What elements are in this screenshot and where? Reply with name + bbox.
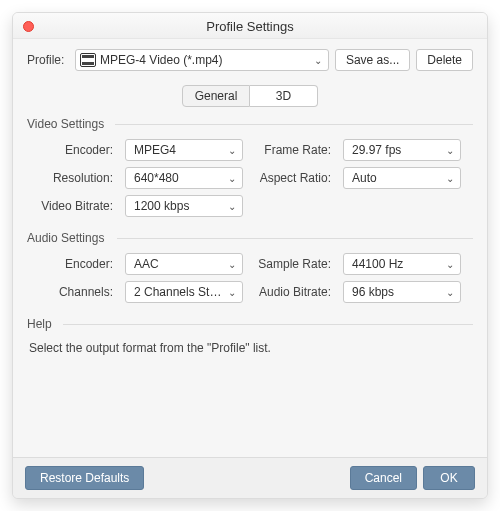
profile-label: Profile: (27, 53, 69, 67)
cancel-button[interactable]: Cancel (350, 466, 417, 490)
channels-select[interactable]: 2 Channels Stereo ⌄ (125, 281, 243, 303)
help-group: Help Select the output format from the "… (27, 317, 473, 355)
video-settings-title: Video Settings (27, 117, 473, 131)
window-controls (23, 21, 34, 32)
close-icon[interactable] (23, 21, 34, 32)
profile-select[interactable]: MPEG-4 Video (*.mp4) ⌄ (75, 49, 329, 71)
aspect-ratio-label: Aspect Ratio: (253, 171, 333, 185)
chevron-down-icon: ⌄ (226, 259, 238, 270)
chevron-down-icon: ⌄ (444, 259, 456, 270)
titlebar: Profile Settings (13, 13, 487, 39)
video-bitrate-select[interactable]: 1200 kbps ⌄ (125, 195, 243, 217)
frame-rate-label: Frame Rate: (253, 143, 333, 157)
chevron-down-icon: ⌄ (226, 145, 238, 156)
chevron-down-icon: ⌄ (226, 173, 238, 184)
save-as-button[interactable]: Save as... (335, 49, 410, 71)
audio-encoder-label: Encoder: (27, 257, 115, 271)
sample-rate-label: Sample Rate: (253, 257, 333, 271)
window-title: Profile Settings (206, 19, 293, 34)
video-bitrate-label: Video Bitrate: (27, 199, 115, 213)
delete-button[interactable]: Delete (416, 49, 473, 71)
profile-value: MPEG-4 Video (*.mp4) (96, 53, 227, 67)
tab-3d[interactable]: 3D (250, 85, 318, 107)
video-settings-group: Video Settings Encoder: MPEG4 ⌄ Frame Ra… (27, 117, 473, 217)
chevron-down-icon: ⌄ (444, 287, 456, 298)
audio-bitrate-select[interactable]: 96 kbps ⌄ (343, 281, 461, 303)
audio-bitrate-label: Audio Bitrate: (253, 285, 333, 299)
chevron-down-icon: ⌄ (226, 201, 238, 212)
video-encoder-label: Encoder: (27, 143, 115, 157)
resolution-select[interactable]: 640*480 ⌄ (125, 167, 243, 189)
audio-settings-group: Audio Settings Encoder: AAC ⌄ Sample Rat… (27, 231, 473, 303)
chevron-down-icon: ⌄ (444, 145, 456, 156)
channels-label: Channels: (27, 285, 115, 299)
help-title: Help (27, 317, 473, 331)
footer: Restore Defaults Cancel OK (13, 457, 487, 498)
frame-rate-select[interactable]: 29.97 fps ⌄ (343, 139, 461, 161)
help-text: Select the output format from the "Profi… (27, 335, 473, 355)
chevron-down-icon: ⌄ (312, 55, 324, 66)
tabs: General 3D (27, 85, 473, 107)
video-encoder-select[interactable]: MPEG4 ⌄ (125, 139, 243, 161)
content: Profile: MPEG-4 Video (*.mp4) ⌄ Save as.… (13, 39, 487, 457)
aspect-ratio-select[interactable]: Auto ⌄ (343, 167, 461, 189)
chevron-down-icon: ⌄ (444, 173, 456, 184)
tab-general[interactable]: General (182, 85, 250, 107)
profile-row: Profile: MPEG-4 Video (*.mp4) ⌄ Save as.… (27, 49, 473, 71)
ok-button[interactable]: OK (423, 466, 475, 490)
mp4-icon (80, 53, 96, 67)
profile-settings-window: Profile Settings Profile: MPEG-4 Video (… (12, 12, 488, 499)
sample-rate-select[interactable]: 44100 Hz ⌄ (343, 253, 461, 275)
resolution-label: Resolution: (27, 171, 115, 185)
chevron-down-icon: ⌄ (226, 287, 238, 298)
restore-defaults-button[interactable]: Restore Defaults (25, 466, 144, 490)
audio-settings-title: Audio Settings (27, 231, 473, 245)
audio-encoder-select[interactable]: AAC ⌄ (125, 253, 243, 275)
